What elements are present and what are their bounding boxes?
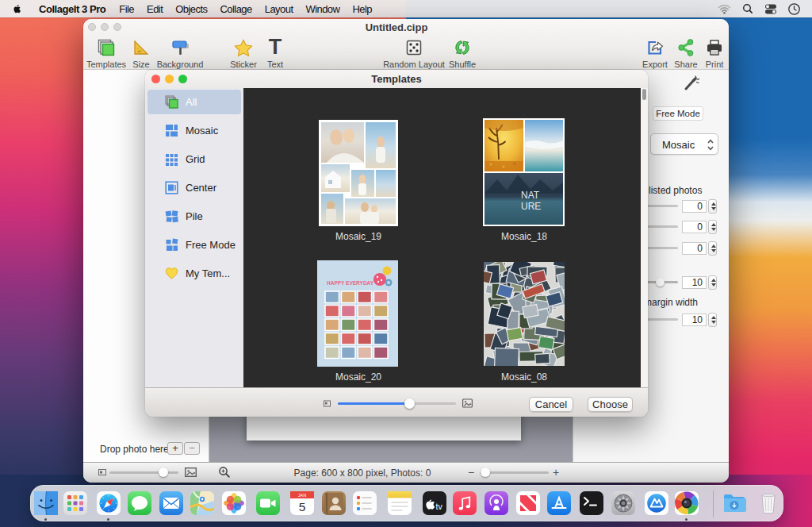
- svg-text:HAPPY EVERYDAY: HAPPY EVERYDAY: [327, 280, 374, 286]
- svg-text:tv: tv: [436, 502, 443, 511]
- svg-text:JAN: JAN: [298, 493, 306, 498]
- svg-text:5: 5: [299, 500, 306, 514]
- svg-text:URE: URE: [521, 201, 541, 212]
- svg-text:44: 44: [138, 49, 142, 53]
- svg-text:NAT: NAT: [521, 190, 540, 201]
